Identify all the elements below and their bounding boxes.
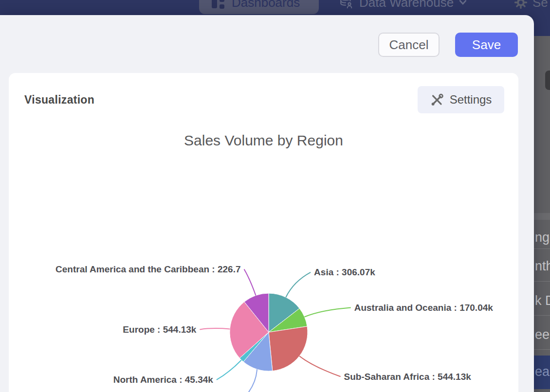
label-line-australia-and-oceania bbox=[305, 307, 351, 317]
list-item-fragment-week: eek bbox=[535, 327, 550, 342]
cancel-button[interactable]: Cancel bbox=[378, 33, 440, 57]
list-item-fragment-week-day: k D bbox=[535, 293, 550, 308]
list-item-selected: ear bbox=[534, 356, 550, 389]
nav-item-data-warehouse[interactable]: Data Warehouse bbox=[339, 0, 466, 14]
label-line-sub-saharan-africa bbox=[299, 356, 341, 376]
chevron-down-icon bbox=[459, 0, 466, 5]
dashboards-icon bbox=[212, 0, 224, 9]
pie-label-north-america: North America : 45.34k bbox=[113, 374, 214, 385]
pie-chart: Asia : 306.07kAustralia and Oceania : 17… bbox=[9, 73, 518, 392]
save-button[interactable]: Save bbox=[455, 33, 518, 57]
database-icon bbox=[339, 0, 353, 10]
nav-tab-dashboards[interactable]: Dashboards bbox=[199, 0, 319, 14]
pie-label-australia-and-oceania: Australia and Oceania : 170.04k bbox=[354, 303, 494, 313]
divider bbox=[534, 315, 550, 316]
label-line-central-america-and-the-caribbean bbox=[244, 269, 256, 296]
nav-item-settings-label: Se bbox=[532, 0, 548, 10]
divider bbox=[534, 349, 550, 350]
list-item-fragment-month: nth bbox=[535, 258, 550, 274]
dimmed-button-fragment bbox=[545, 71, 550, 90]
nav-item-settings[interactable]: Se bbox=[514, 0, 548, 14]
list-item-fragment-year: ear bbox=[535, 364, 550, 379]
nav-tab-dashboards-label: Dashboards bbox=[232, 0, 300, 10]
pie-slice-sub-saharan-africa[interactable] bbox=[269, 326, 308, 371]
label-line-unlabeled bbox=[244, 369, 257, 392]
dimmed-band bbox=[534, 213, 550, 220]
nav-item-data-warehouse-label: Data Warehouse bbox=[359, 0, 454, 10]
pie-label-sub-saharan-africa: Sub-Saharan Africa : 544.13k bbox=[344, 372, 472, 382]
divider bbox=[534, 249, 550, 249]
label-line-europe bbox=[200, 328, 230, 329]
pie-label-central-america-and-the-caribbean: Central America and the Caribbean : 226.… bbox=[55, 264, 240, 274]
label-line-north-america bbox=[217, 360, 241, 380]
pie-label-europe: Europe : 544.13k bbox=[123, 324, 196, 335]
visualization-card: Visualization Settings Sales Volume by R… bbox=[9, 73, 518, 392]
visualization-modal: Cancel Save Visualization Settings Sales… bbox=[0, 15, 534, 392]
label-line-asia bbox=[286, 272, 311, 297]
gear-icon bbox=[514, 0, 528, 9]
list-item-fragment-range: nge bbox=[535, 230, 550, 245]
pie-label-asia: Asia : 306.07k bbox=[314, 267, 375, 277]
dimmed-page-strip: nge nth k D eek ear bbox=[534, 36, 550, 392]
divider bbox=[534, 281, 550, 282]
